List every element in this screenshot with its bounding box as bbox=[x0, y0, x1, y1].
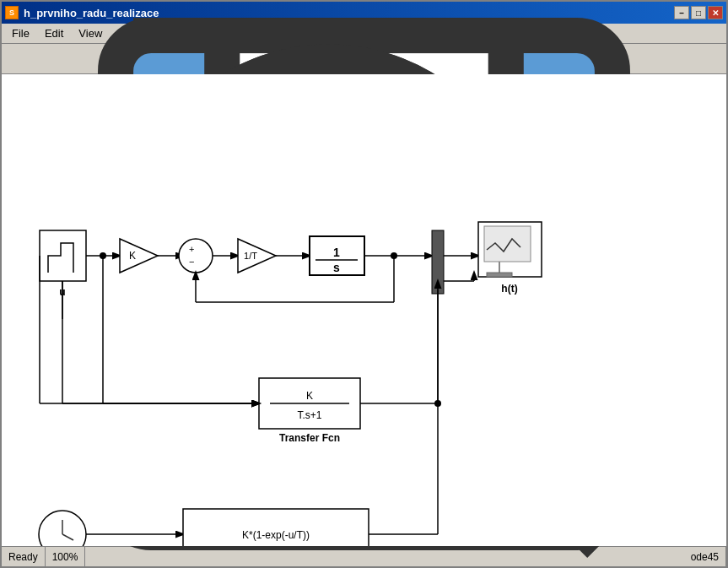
junction-int-out bbox=[391, 252, 397, 259]
svg-rect-16 bbox=[484, 226, 531, 262]
svg-rect-18 bbox=[487, 273, 512, 277]
junction-step-out bbox=[100, 252, 106, 259]
step-block[interactable] bbox=[40, 230, 86, 281]
gain-k-block[interactable] bbox=[120, 239, 158, 273]
fcn-formula: K*(1-exp(-u/T)) bbox=[242, 529, 310, 541]
gain-k-label: K bbox=[129, 250, 136, 262]
gain-1t-label: 1/T bbox=[244, 251, 257, 261]
tf-denominator: T.s+1 bbox=[297, 409, 321, 421]
zoom-in-button[interactable] bbox=[288, 48, 310, 70]
canvas-area: u K + − 1/T 1 s bbox=[2, 74, 726, 546]
sum-block[interactable] bbox=[179, 239, 213, 273]
junction-1 bbox=[434, 400, 441, 407]
main-window: S h_prvniho_radu_realizace – □ ✕ File Ed… bbox=[0, 0, 728, 568]
int-numerator: 1 bbox=[333, 246, 340, 259]
toolbar: ✂ ⧉ 📋 ↩ ↪ ↑ ▶ ■ Normal Accelerator bbox=[2, 44, 726, 74]
tf-numerator: K bbox=[306, 390, 313, 402]
diagram-svg: u K + − 1/T 1 s bbox=[2, 74, 726, 546]
int-denominator: s bbox=[333, 261, 340, 274]
tf-sublabel: Transfer Fcn bbox=[279, 432, 340, 444]
scope-label: h(t) bbox=[501, 283, 517, 295]
sum-minus: − bbox=[189, 257, 194, 267]
sum-plus: + bbox=[189, 244, 194, 254]
